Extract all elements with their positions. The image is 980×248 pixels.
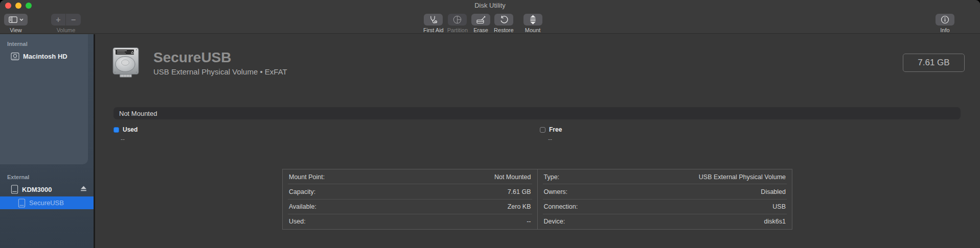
table-row: Mount Point: Not Mounted: [283, 169, 537, 184]
table-row: Owners: Disabled: [538, 184, 792, 199]
usage-bar: Not Mounted: [113, 107, 961, 119]
size-badge: 7.61 GB: [903, 54, 965, 72]
sidebar-section-internal: Internal: [7, 41, 28, 47]
volume-control: + − Volume: [51, 14, 81, 33]
legend-free-value: --: [548, 136, 552, 143]
view-label: View: [10, 27, 22, 33]
detail-value: --: [527, 218, 531, 225]
pie-chart-icon: [453, 15, 462, 24]
mount-icon-button[interactable]: [523, 14, 542, 26]
first-aid-button[interactable]: [424, 14, 443, 26]
window-body: Internal Macintosh HD External: [0, 34, 980, 248]
detail-label: Capacity:: [289, 188, 315, 195]
sidebar-toggle-icon: [9, 16, 17, 23]
erase-control: Erase: [471, 14, 490, 33]
info-circle-icon: [941, 15, 949, 24]
detail-label: Owners:: [544, 188, 568, 195]
detail-value: disk6s1: [764, 218, 786, 225]
mount-control: Mount: [523, 14, 542, 33]
detail-value: USB External Physical Volume: [699, 173, 786, 181]
detail-label: Type:: [544, 173, 560, 181]
chevron-down-icon: [19, 18, 24, 21]
erase-button[interactable]: [471, 14, 490, 26]
main-content: SecureUSB USB External Physical Volume •…: [95, 34, 980, 248]
mount-drive-icon: [530, 15, 536, 24]
disk-utility-window: Disk Utility: [0, 0, 980, 248]
restore-control: Restore: [494, 14, 514, 33]
partition-label: Partition: [447, 27, 468, 33]
add-volume-button[interactable]: +: [51, 14, 66, 26]
detail-value: 7.61 GB: [508, 188, 531, 195]
internal-drive-icon: [11, 52, 19, 61]
detail-label: Used:: [289, 218, 306, 225]
info-label: Info: [940, 27, 949, 33]
volume-title: SecureUSB: [153, 49, 232, 66]
sidebar-item-label: Macintosh HD: [23, 53, 67, 60]
sidebar-item-secureusb[interactable]: SecureUSB: [0, 196, 94, 209]
title-bar: Disk Utility: [0, 0, 980, 10]
sidebar-item-label: SecureUSB: [29, 199, 64, 207]
toolbar-actions: First Aid Partition: [423, 14, 546, 33]
restore-arrow-icon: [499, 15, 508, 24]
erase-label: Erase: [473, 27, 488, 33]
legend-used-label: Used: [123, 126, 138, 133]
details-table: Mount Point: Not Mounted Capacity: 7.61 …: [282, 169, 792, 230]
external-drive-icon: [18, 199, 26, 208]
usage-bar-label: Not Mounted: [119, 110, 157, 117]
disk-pencil-icon: [476, 16, 486, 24]
table-row: Used: --: [283, 214, 537, 229]
info-button[interactable]: [936, 14, 954, 26]
sidebar-item-macintosh-hd[interactable]: Macintosh HD: [0, 50, 94, 62]
volume-label: Volume: [57, 27, 76, 33]
plus-icon: +: [56, 16, 60, 24]
detail-label: Device:: [544, 218, 565, 225]
window-title: Disk Utility: [0, 2, 980, 9]
partition-control: Partition: [447, 14, 468, 33]
free-swatch-icon: [540, 127, 545, 133]
view-control: View: [4, 14, 28, 33]
volume-subtitle: USB External Physical Volume • ExFAT: [153, 67, 287, 76]
eject-icon[interactable]: [80, 186, 87, 192]
detail-value: Disabled: [761, 188, 786, 195]
partition-button[interactable]: [448, 14, 467, 26]
used-swatch-icon: [113, 127, 119, 133]
toolbar: View + − Volume: [0, 10, 980, 34]
view-button[interactable]: [4, 14, 28, 26]
table-row: Capacity: 7.61 GB: [283, 184, 537, 199]
first-aid-control: First Aid: [423, 14, 444, 33]
details-left-column: Mount Point: Not Mounted Capacity: 7.61 …: [283, 169, 537, 229]
external-drive-icon: [11, 185, 18, 194]
detail-label: Mount Point:: [289, 173, 325, 181]
detail-value: Zero KB: [508, 203, 531, 210]
detail-value: Not Mounted: [494, 173, 531, 181]
legend-free-label: Free: [549, 126, 562, 133]
details-right-column: Type: USB External Physical Volume Owner…: [537, 169, 792, 229]
stethoscope-icon: [428, 15, 438, 24]
minus-icon: −: [71, 16, 76, 24]
table-row: Available: Zero KB: [283, 200, 537, 214]
legend-used: Used: [113, 126, 138, 133]
table-row: Connection: USB: [538, 200, 792, 214]
table-row: Type: USB External Physical Volume: [538, 169, 792, 184]
remove-volume-button[interactable]: −: [66, 14, 81, 26]
detail-label: Connection:: [544, 203, 578, 210]
detail-label: Available:: [289, 203, 316, 210]
sidebar-item-label: KDM3000: [22, 186, 52, 193]
sidebar: Internal Macintosh HD External: [0, 34, 94, 248]
sidebar-section-external: External: [7, 174, 29, 180]
legend-used-value: --: [121, 136, 125, 143]
restore-button[interactable]: [494, 14, 513, 26]
restore-label: Restore: [494, 27, 514, 33]
hard-disk-icon: [112, 47, 139, 78]
detail-value: USB: [772, 203, 786, 210]
info-control: Info: [936, 14, 954, 33]
mount-label: Mount: [525, 27, 541, 33]
sidebar-item-kdm3000[interactable]: KDM3000: [0, 183, 94, 195]
legend-free: Free: [540, 126, 562, 133]
table-row: Device: disk6s1: [538, 214, 792, 229]
first-aid-label: First Aid: [423, 27, 444, 33]
